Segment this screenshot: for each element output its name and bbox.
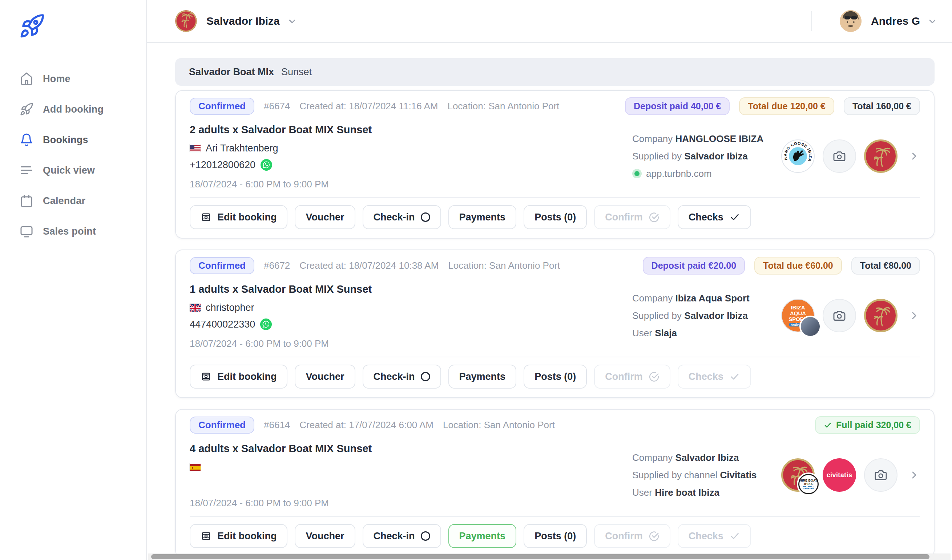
booking-card: Confirmed #6614 Created at: 17/07/2024 6… [175, 409, 935, 557]
booking-card: Confirmed #6672 Created at: 18/07/2024 1… [175, 250, 935, 398]
sidebar-item-bookings[interactable]: Bookings [0, 129, 146, 150]
hangloose-ibiza-logo[interactable]: HANG LOOSE IBIZA [781, 139, 814, 173]
whatsapp-icon[interactable] [261, 159, 272, 171]
supplied-label: Supplied by [632, 310, 682, 321]
sidebar-item-sales-point[interactable]: Sales point [0, 221, 146, 242]
account-chevron-down-icon[interactable] [287, 16, 297, 26]
account-name: Salvador Ibiza [206, 15, 280, 27]
horizontal-scrollbar[interactable] [148, 554, 950, 560]
booking-datetime: 18/07/2024 - 6:00 PM to 9:00 PM [190, 179, 372, 190]
camera-upload-button[interactable] [864, 458, 898, 492]
check-icon [729, 371, 740, 382]
confirm-button[interactable]: Confirm [594, 524, 671, 548]
check-icon [729, 531, 740, 541]
sidebar-item-add-booking[interactable]: Add booking [0, 99, 146, 120]
check-in-circle-icon [421, 372, 430, 381]
topbar-user-menu[interactable]: Andres G [811, 10, 938, 32]
booking-body: 1 adults x Salvador Boat MIX Sunset chri… [190, 275, 920, 356]
supplied-label: Supplied by channel [632, 470, 717, 480]
booking-body: 4 adults x Salvador Boat MIX Sunset 18/0… [190, 434, 920, 516]
posts-button[interactable]: Posts (0) [524, 205, 587, 229]
booking-created: Created at: 18/07/2024 11:16 AM [300, 100, 438, 112]
status-badge: Confirmed [190, 417, 254, 433]
payments-button[interactable]: Payments [448, 524, 517, 548]
sidebar-item-quick-view[interactable]: Quick view [0, 160, 146, 181]
voucher-button[interactable]: Voucher [295, 524, 355, 548]
hire-boat-ibiza-logo: HIRE BOAT ·IBIZA· [798, 474, 819, 494]
booking-created: Created at: 17/07/2024 6:00 AM [300, 420, 433, 431]
customer-name: christopher [206, 302, 254, 313]
es-flag-icon [190, 463, 201, 471]
edit-booking-button[interactable]: Edit booking [190, 365, 287, 389]
expand-booking-chevron-right-icon[interactable] [909, 310, 920, 321]
bookings-list: Salvador Boat MIx Sunset Confirmed #6674… [147, 43, 952, 560]
expand-booking-chevron-right-icon[interactable] [909, 469, 920, 481]
payments-button[interactable]: Payments [448, 365, 517, 389]
app-window: Home Add booking Bookings Quick view [0, 0, 952, 560]
check-in-button[interactable]: Check-in [363, 205, 441, 229]
check-in-button[interactable]: Check-in [363, 524, 441, 548]
deposit-paid-badge: Deposit paid 40,00 € [625, 97, 729, 115]
posts-button[interactable]: Posts (0) [524, 524, 587, 548]
salvador-ibiza-logo[interactable] [864, 299, 898, 332]
full-paid-badge: Full paid 320,00 € [815, 416, 920, 434]
supplied-label: Supplied by [632, 151, 682, 162]
sidebar-nav: Home Add booking Bookings Quick view [0, 68, 146, 242]
check-in-button[interactable]: Check-in [363, 365, 441, 389]
ticket-icon [201, 212, 212, 223]
booking-datetime: 18/07/2024 - 6:00 PM to 9:00 PM [190, 498, 372, 509]
edit-booking-button[interactable]: Edit booking [190, 205, 287, 229]
booking-header: Confirmed #6672 Created at: 18/07/2024 1… [190, 257, 920, 275]
check-circle-icon [649, 212, 660, 223]
company-name: Salvador Ibiza [675, 452, 739, 463]
voucher-button[interactable]: Voucher [295, 205, 355, 229]
booking-location: Location: San Antonio Port [448, 260, 560, 271]
payments-button[interactable]: Payments [448, 205, 517, 229]
check-icon [824, 421, 832, 429]
checks-button[interactable]: Checks [678, 365, 751, 389]
calendar-icon [20, 194, 33, 208]
camera-upload-button[interactable] [823, 299, 856, 332]
rocket-icon [20, 102, 33, 116]
scrollbar-thumb[interactable] [151, 554, 929, 559]
bell-icon [20, 133, 33, 147]
civitatis-logo[interactable]: civitatis [823, 458, 856, 492]
booking-id: #6672 [264, 260, 290, 271]
account-logo [175, 10, 197, 32]
voucher-button[interactable]: Voucher [295, 365, 355, 389]
user-chevron-down-icon[interactable] [927, 16, 938, 26]
company-name: HANGLOOSE IBIZA [675, 133, 764, 144]
expand-booking-chevron-right-icon[interactable] [909, 150, 920, 162]
deposit-paid-badge: Deposit paid €20.00 [643, 257, 745, 275]
booking-datetime: 18/07/2024 - 6:00 PM to 9:00 PM [190, 338, 372, 349]
posts-button[interactable]: Posts (0) [524, 365, 587, 389]
ibiza-aqua-sport-logo[interactable]: IBIZA AQUA SPORT Activities [781, 299, 814, 332]
salvador-ibiza-logo[interactable] [864, 139, 898, 173]
main-area: Salvador Ibiza Andres G Salvador Boat MI… [147, 0, 952, 560]
topbar-divider [811, 11, 812, 31]
edit-booking-button[interactable]: Edit booking [190, 524, 287, 548]
sidebar-item-label: Calendar [43, 195, 85, 207]
booking-actions: Edit booking Voucher Check-in Payments P… [190, 356, 920, 397]
checks-button[interactable]: Checks [678, 205, 751, 229]
confirm-button[interactable]: Confirm [594, 365, 671, 389]
us-flag-icon [190, 144, 201, 152]
booking-group-header: Salvador Boat MIx Sunset [175, 58, 935, 86]
booking-id: #6614 [264, 420, 290, 431]
user-label: User [632, 327, 652, 338]
camera-icon [832, 149, 847, 164]
gb-flag-icon [190, 304, 201, 312]
channel-name: Civitatis [720, 470, 757, 480]
user-label: User [632, 487, 652, 498]
booking-title: 2 adults x Salvador Boat MIX Sunset [190, 124, 372, 136]
sidebar-item-home[interactable]: Home [0, 68, 146, 89]
home-icon [20, 72, 33, 86]
salvador-ibiza-logo[interactable]: HIRE BOAT ·IBIZA· [781, 458, 814, 492]
sidebar-item-calendar[interactable]: Calendar [0, 190, 146, 211]
camera-upload-button[interactable] [823, 139, 856, 173]
checks-button[interactable]: Checks [678, 524, 751, 548]
total-due-badge: Total due 120,00 € [739, 97, 834, 115]
whatsapp-icon[interactable] [260, 318, 272, 330]
confirm-button[interactable]: Confirm [594, 205, 671, 229]
company-label: Company [632, 133, 672, 144]
